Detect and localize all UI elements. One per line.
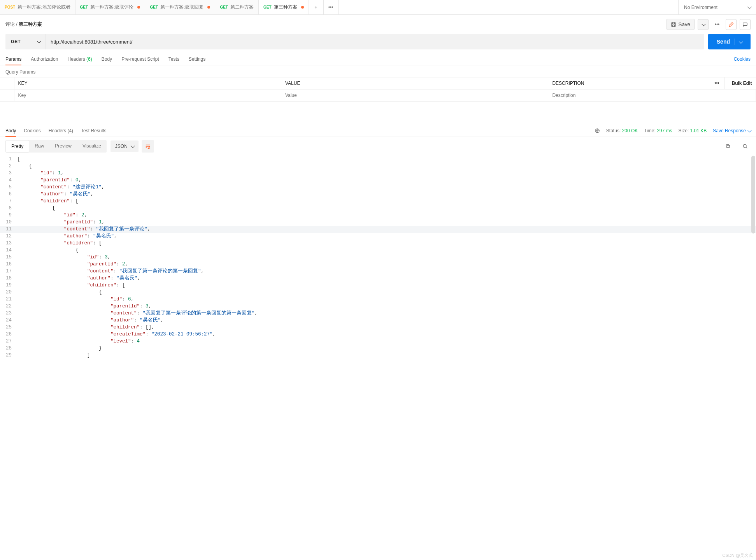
tab-method: GET [263,5,272,9]
gutter: 14 [0,247,17,254]
view-pretty[interactable]: Pretty [5,140,29,153]
chevron-down-icon [702,21,706,26]
save-button[interactable]: Save [667,19,695,30]
tab-label: 第二种方案 [230,4,254,11]
gutter: 24 [0,317,17,324]
gutter: 4 [0,177,17,184]
tab-label: 第一种方案:获取评论 [90,4,133,11]
params-header-row: KEY VALUE DESCRIPTION ••• Bulk Edit [0,77,756,90]
tab-authorization[interactable]: Authorization [31,53,58,65]
method-selector[interactable]: GET [5,34,46,49]
code-line: 27 "level": 4 [0,338,756,345]
value-input[interactable] [285,93,544,98]
description-input[interactable] [552,93,752,98]
code-line: 22 "parentId": 3, [0,303,756,310]
wrap-lines-button[interactable] [142,140,154,153]
code-content: "content": "我回复了第一条评论的第一条回复", [17,268,756,275]
tab-headers[interactable]: Headers (6) [67,53,92,65]
code-content: "parentId": 3, [17,303,756,310]
view-preview[interactable]: Preview [49,140,77,153]
gutter: 27 [0,338,17,345]
save-response-button[interactable]: Save Response [713,128,751,133]
code-content: "id": 1, [17,170,756,177]
chevron-down-icon [747,4,752,9]
key-input[interactable] [18,93,277,98]
bulk-edit-button[interactable]: Bulk Edit [725,77,756,90]
gutter: 11 [0,226,17,233]
tab-overflow-button[interactable]: ••• [324,0,339,14]
wrap-icon [145,144,151,149]
tab-method: GET [220,5,228,9]
unsaved-dot-icon [301,6,304,9]
code-line: 2 { [0,163,756,170]
send-button[interactable]: Send [708,34,751,49]
search-button[interactable] [740,141,751,152]
copy-button[interactable] [723,141,733,152]
new-tab-button[interactable]: ＋ [309,0,324,14]
col-value: VALUE [281,77,548,90]
method-label: GET [11,39,21,44]
code-line: 15 "id": 3, [0,254,756,261]
globe-icon[interactable] [595,128,600,133]
code-line: 7 "children": [ [0,198,756,205]
code-line: 11 "content": "我回复了第一条评论", [0,226,756,233]
url-input[interactable] [46,34,704,49]
view-raw[interactable]: Raw [29,140,49,153]
tab-1[interactable]: GET第一种方案:获取评论 [75,0,146,14]
tab-2[interactable]: GET第一种方案:获取回复 [145,0,215,14]
gutter: 13 [0,240,17,247]
more-actions-button[interactable]: ••• [712,19,723,30]
code-line: 18 "author": "吴名氏", [0,275,756,282]
tab-0[interactable]: POST第一种方案:添加评论或者 [0,0,75,14]
query-params-title: Query Params [0,65,756,77]
tab-pre-request[interactable]: Pre-request Script [121,53,159,65]
save-group: Save ••• [667,19,751,30]
tab-label: 第一种方案:添加评论或者 [18,4,70,11]
comment-icon-button[interactable] [740,19,751,30]
params-input-row [0,90,756,102]
gutter: 18 [0,275,17,282]
edit-icon-button[interactable] [726,19,737,30]
resp-tab-test-results[interactable]: Test Results [81,125,106,137]
tab-3[interactable]: GET第二种方案 [215,0,259,14]
scrollbar-thumb[interactable] [751,156,755,233]
code-content: { [17,247,756,254]
save-dropdown-button[interactable] [698,19,709,30]
gutter: 25 [0,324,17,331]
code-content: { [17,289,756,296]
breadcrumb-parent[interactable]: 评论 [5,21,15,27]
code-line: 5 "content": "这是评论1", [0,184,756,191]
response-tabs: Body Cookies Headers (4) Test Results St… [0,125,756,137]
response-body[interactable]: 1[2 {3 "id": 1,4 "parentId": 0,5 "conten… [0,156,756,359]
col-more[interactable]: ••• [709,77,725,90]
gutter: 8 [0,205,17,212]
language-selector[interactable]: JSON [111,140,139,152]
svg-rect-0 [671,22,675,26]
unsaved-dot-icon [137,6,140,9]
tab-body[interactable]: Body [102,53,112,65]
code-content: "children": [ [17,198,756,205]
resp-tab-cookies[interactable]: Cookies [24,125,40,137]
chevron-down-icon [739,39,743,44]
code-content: "content": "我回复了第一条评论", [17,226,756,233]
environment-label: No Environment [684,5,717,10]
resp-tab-headers[interactable]: Headers (4) [49,125,73,137]
send-dropdown[interactable] [735,39,742,45]
tab-label: 第三种方案 [274,4,297,11]
tab-4[interactable]: GET第三种方案 [259,0,309,14]
tab-tests[interactable]: Tests [168,53,179,65]
environment-selector[interactable]: No Environment [678,0,756,14]
code-content: "content": "我回复了第一条评论的第一条回复的第一条回复", [17,310,756,317]
tab-method: GET [80,5,88,9]
svg-rect-5 [726,145,729,147]
scrollbar[interactable] [751,156,756,359]
code-content: "author": "吴名氏", [17,317,756,324]
code-line: 25 "children": [], [0,324,756,331]
cookies-link[interactable]: Cookies [734,53,751,65]
code-line: 10 "parentId": 1, [0,219,756,226]
tab-params[interactable]: Params [5,53,21,65]
view-visualize[interactable]: Visualize [77,140,107,153]
pencil-icon [728,22,734,27]
tab-settings[interactable]: Settings [189,53,205,65]
resp-tab-body[interactable]: Body [5,125,16,137]
